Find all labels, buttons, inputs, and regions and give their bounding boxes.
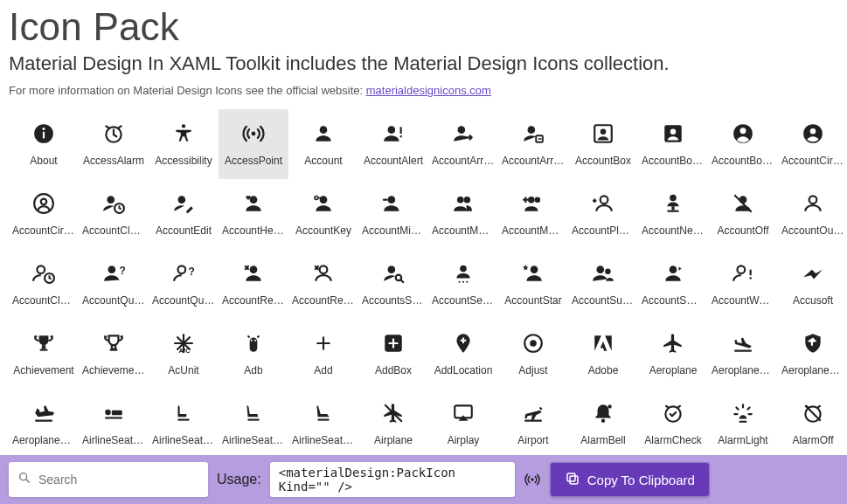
icon-tile[interactable]: AccountArrowRight: [428, 109, 498, 179]
icon-tile[interactable]: Achievement: [9, 319, 79, 389]
account-circle-b-icon: [731, 121, 755, 146]
icon-label: Adobe: [588, 364, 619, 376]
icon-tile[interactable]: AlarmLight: [708, 389, 778, 459]
icon-tile[interactable]: AccountPlusOutline: [568, 179, 638, 249]
icon-tile[interactable]: AccountQuestion: [79, 249, 149, 319]
icon-tile[interactable]: Accessibility: [149, 109, 219, 179]
icon-label: AccountHeart: [222, 224, 285, 237]
airplane-off-icon: [381, 401, 406, 425]
icon-tile[interactable]: AeroplaneArriving: [708, 319, 778, 389]
icon-tile[interactable]: Aeroplane: [638, 319, 708, 389]
icon-tile[interactable]: AccountQuestionOutline: [149, 249, 219, 319]
icon-tile[interactable]: AccountBox: [568, 109, 638, 179]
account-arrow-icon: [451, 121, 476, 146]
account-multiple-icon: [451, 191, 476, 216]
icon-tile[interactable]: AccountStar: [498, 249, 568, 319]
icon-tile[interactable]: AccountMultiple: [428, 179, 498, 249]
account-settings-icon: [451, 261, 476, 286]
icon-tile[interactable]: AccountArrowRightOutline: [498, 109, 568, 179]
icon-tile[interactable]: Adjust: [498, 319, 568, 389]
icon-tile[interactable]: AccountKey: [288, 179, 358, 249]
icon-label: AccountNetwork: [642, 224, 705, 237]
accesspoint-icon: [241, 121, 266, 146]
account-outline-icon: [801, 191, 825, 216]
icon-tile[interactable]: AccountMinus: [358, 179, 428, 249]
icon-label: AirlineSeatNormal: [292, 434, 355, 446]
icon-tile[interactable]: AlarmCheck: [638, 389, 708, 459]
icon-tile[interactable]: AirlineSeatExtra: [219, 389, 288, 459]
account-plus-o-icon: [591, 191, 615, 216]
icon-tile[interactable]: AlarmBell: [568, 389, 638, 459]
airplay-icon: [451, 401, 476, 425]
account-box-icon: [661, 121, 685, 146]
icon-tile[interactable]: AcUnit: [149, 319, 219, 389]
icon-tile[interactable]: Adobe: [568, 319, 638, 389]
icon-tile[interactable]: AccountClock: [79, 179, 149, 249]
info-link[interactable]: materialdesignicons.com: [366, 84, 491, 97]
icon-label: AccountOff: [717, 224, 768, 237]
icon-grid: AboutAccessAlarmAccessibilityAccessPoint…: [9, 109, 838, 459]
icon-label: AccountBoxOutline: [712, 155, 774, 167]
icon-tile[interactable]: AirlineSeatNormal: [288, 389, 358, 459]
icon-tile[interactable]: AirlineSeatRecline: [149, 389, 219, 459]
icon-label: AeroplaneShield: [781, 364, 844, 376]
icon-label: AccountMinus: [362, 224, 425, 237]
icon-tile[interactable]: AccountBoxMultiple: [638, 109, 708, 179]
icon-tile[interactable]: AccountCircle: [778, 109, 847, 179]
alarm-light-icon: [731, 401, 755, 425]
icon-tile[interactable]: Account: [288, 109, 358, 179]
icon-tile[interactable]: AddBox: [358, 319, 428, 389]
icon-tile[interactable]: AccountOutline: [778, 179, 847, 249]
icon-tile[interactable]: AeroplaneShield: [778, 319, 847, 389]
icon-tile[interactable]: AccountRemove: [219, 249, 288, 319]
icon-tile[interactable]: AccountSupervisor: [568, 249, 638, 319]
icon-tile[interactable]: AccountSettings: [428, 249, 498, 319]
icon-tile[interactable]: AccountBoxOutline: [708, 109, 778, 179]
icon-tile[interactable]: AccountSwitch: [638, 249, 708, 319]
icon-tile[interactable]: AccountHeart: [219, 179, 288, 249]
icon-tile[interactable]: AeroplaneTakeoff: [9, 389, 79, 459]
search-box[interactable]: [9, 462, 208, 497]
icon-tile[interactable]: Airplay: [428, 389, 498, 459]
account-box-arrow-icon: [521, 121, 545, 146]
icon-tile[interactable]: Airplane: [358, 389, 428, 459]
icon-tile[interactable]: AddLocation: [428, 319, 498, 389]
account-question-o-icon: [171, 261, 196, 286]
icon-tile[interactable]: AccessPoint: [219, 109, 288, 179]
icon-tile[interactable]: Accusoft: [778, 249, 847, 319]
account-clock-icon: [101, 191, 126, 216]
icon-tile[interactable]: Add: [288, 319, 358, 389]
icon-tile[interactable]: AccountEdit: [149, 179, 219, 249]
icon-tile[interactable]: AccountOff: [708, 179, 778, 249]
alarm-icon: [101, 121, 126, 146]
account-network-icon: [661, 191, 685, 216]
account-circle-o-icon: [31, 191, 56, 216]
icon-tile[interactable]: AccessAlarm: [79, 109, 149, 179]
icon-tile[interactable]: AirlineSeatFlat: [79, 389, 149, 459]
icon-label: AccountsSearch: [362, 294, 425, 307]
icon-tile[interactable]: AccountCircleOutline: [9, 179, 79, 249]
icon-tile[interactable]: AccountNetwork: [638, 179, 708, 249]
icon-tile[interactable]: About: [9, 109, 79, 179]
icon-tile[interactable]: AlarmOff: [778, 389, 847, 459]
icon-tile[interactable]: AccountAlert: [358, 109, 428, 179]
airplane-icon: [661, 331, 685, 356]
account-supervisor-icon: [591, 261, 615, 286]
icon-label: Airport: [517, 434, 548, 446]
icon-label: AccountRemoveOutline: [292, 294, 355, 307]
icon-tile[interactable]: AccountRemoveOutline: [288, 249, 358, 319]
search-input[interactable]: [38, 473, 199, 487]
icon-tile[interactable]: Airport: [498, 389, 568, 459]
icon-tile[interactable]: Adb: [219, 319, 288, 389]
icon-tile[interactable]: AchievementOutline: [79, 319, 149, 389]
copy-to-clipboard-button[interactable]: Copy To Clipboard: [550, 462, 710, 497]
icon-tile[interactable]: AccountsSearch: [358, 249, 428, 319]
icon-label: Airplay: [448, 434, 480, 446]
account-warning-icon: [731, 261, 755, 286]
icon-label: Adjust: [518, 364, 547, 376]
icon-tile[interactable]: AccountClockOutline: [9, 249, 79, 319]
map-plus-icon: [451, 331, 476, 356]
usage-value[interactable]: <materialDesign:PackIcon Kind="" />: [270, 462, 515, 497]
icon-tile[interactable]: AccountMultiplePlus: [498, 179, 568, 249]
icon-tile[interactable]: AccountWarning: [708, 249, 778, 319]
